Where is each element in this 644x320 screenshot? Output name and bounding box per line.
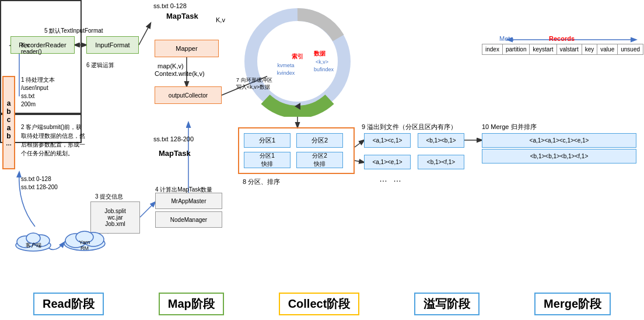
svg-text:RM: RM: [80, 245, 89, 251]
records-label: Records: [549, 35, 575, 42]
svg-line-7: [355, 161, 364, 162]
left-text-2: 2 客户端submit()前，获 取待处理数据的信息，然 后根据参数配置，形成一…: [21, 123, 108, 158]
merge-box-top: <a,1><a,1><c,1><e,1>: [482, 133, 636, 148]
sstxt-bottom-label: ss.txt 128-200: [153, 135, 194, 142]
left-text-3: ss.txt 0-128 ss.txt 128-200: [21, 175, 58, 192]
annotation-logic-op: 6 逻辑运算: [86, 61, 114, 69]
yarn-rm-cloud: Yarn RM: [61, 223, 108, 252]
spill-box-b1f1: <b,1><f,1>: [418, 155, 464, 169]
phase-merge: Merge阶段: [534, 293, 611, 315]
svg-text:数据: 数据: [313, 50, 326, 57]
input-text-block: a b c a b …: [2, 76, 15, 169]
records-table: index partition keystart valstart key va…: [482, 44, 643, 55]
svg-line-6: [355, 140, 364, 147]
col-value: value: [597, 44, 618, 55]
mapper-box: Mapper: [155, 40, 219, 57]
svg-text:写入<k,v>数据: 写入<k,v>数据: [236, 84, 270, 90]
ellipsis-label: … …: [379, 174, 403, 183]
spill-title: 9 溢出到文件（分区且区内有序）: [362, 123, 457, 131]
sort-label: 8 分区、排序: [243, 178, 280, 186]
phase-spill: 溢写阶段: [414, 293, 480, 315]
phase-collect: Collect阶段: [279, 293, 360, 315]
svg-text:Yarn: Yarn: [79, 239, 90, 245]
recorder-reader-box: RecorderReader: [10, 36, 75, 54]
svg-line-11: [140, 202, 155, 217]
annotation-default-text-input-format: 5 默认TextInputFormat: [44, 27, 103, 35]
maptask-bottom-label: MapTask: [159, 149, 191, 158]
svg-line-1: [139, 23, 150, 45]
diagram-container: { "title": "MapReduce Data Flow Diagram"…: [0, 0, 644, 320]
phase-labels: Read阶段 Map阶段 Collect阶段 溢写阶段 Merge阶段: [0, 293, 644, 315]
col-valstart: valstart: [556, 44, 582, 55]
spill-box-a1e1: <a,1><e,1>: [364, 155, 411, 169]
maptask-top-label: MapTask: [166, 12, 198, 20]
nodemanager-box: NodeManager: [155, 211, 222, 228]
left-text-1: 1 待处理文本 /user/input ss.txt 200m: [21, 76, 88, 109]
phase-map: Map阶段: [159, 293, 224, 315]
sstxt-top-label: ss.txt 0-128: [153, 2, 187, 9]
spill-box-b1b1: <b,1><b,1>: [418, 133, 464, 148]
svg-text:索引: 索引: [292, 53, 303, 60]
svg-text:kvindex: kvindex: [277, 70, 295, 76]
mrappmaster-box: MrAppMaster: [155, 193, 222, 209]
col-partition: partition: [502, 44, 530, 55]
partition2-box: 分区2: [296, 133, 343, 148]
kv-arrow-label: K,v: [216, 16, 225, 23]
svg-text:bufindex: bufindex: [314, 67, 334, 72]
partition2-sort-box: 分区2快排: [296, 152, 343, 168]
merge-box-bottom: <b,1><b,1><b,1><f,1>: [482, 149, 636, 164]
merge-title: 10 Merge 归并排序: [482, 123, 537, 131]
output-collector-box: outputCollector: [155, 86, 222, 104]
spill-box-a1c1: <a,1><c,1>: [364, 133, 411, 148]
svg-text:7 向环形缓冲区: 7 向环形缓冲区: [236, 77, 272, 83]
col-key: key: [582, 44, 597, 55]
meta-label: Meta: [499, 35, 513, 42]
partition1-box: 分区1: [244, 133, 290, 148]
client-cloud: 客户端: [13, 227, 54, 253]
map-kv-label: map(K,v): [158, 62, 184, 69]
circular-buffer-area: 索引 kvmeta kvindex 数据 <k,v> bufindex 7 向环…: [233, 6, 362, 117]
submit-label: 3 提交信息: [95, 193, 123, 201]
svg-text:<k,v>: <k,v>: [316, 59, 328, 65]
svg-text:kvmeta: kvmeta: [277, 62, 294, 68]
ring-svg: 索引 kvmeta kvindex 数据 <k,v> bufindex 7 向环…: [233, 6, 362, 117]
col-index: index: [482, 44, 503, 55]
svg-text:客户端: 客户端: [26, 242, 41, 248]
context-write-label: Context.write(k,v): [155, 70, 205, 77]
col-unsued: unsued: [618, 44, 643, 55]
col-keystart: keystart: [530, 44, 556, 55]
partition1-sort-box: 分区1快排: [244, 152, 290, 168]
input-format-box: InputFormat: [86, 36, 139, 54]
kv-reader-label: K,vreader(): [21, 42, 42, 55]
phase-read: Read阶段: [33, 293, 104, 315]
